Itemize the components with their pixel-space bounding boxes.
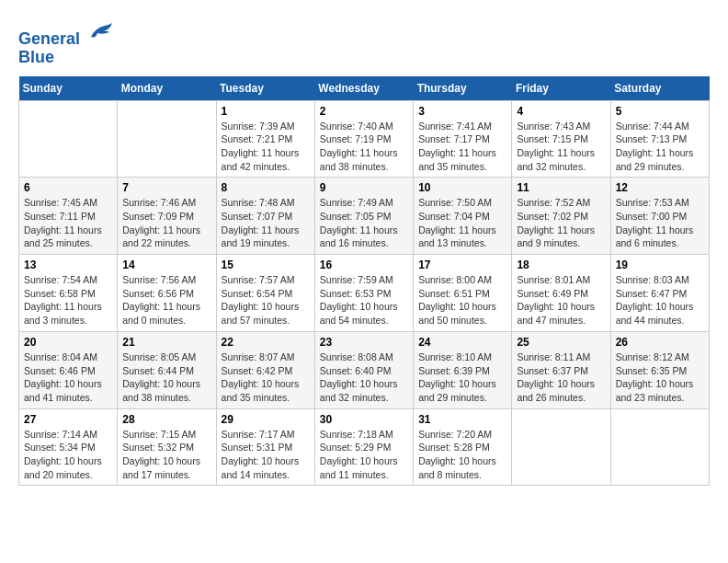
day-info: Sunrise: 7:53 AMSunset: 7:00 PMDaylight:…	[616, 196, 704, 250]
calendar-week-row: 27Sunrise: 7:14 AMSunset: 5:34 PMDayligh…	[19, 408, 710, 486]
calendar-cell: 16Sunrise: 7:59 AMSunset: 6:53 PMDayligh…	[314, 255, 413, 332]
calendar-cell: 5Sunrise: 7:44 AMSunset: 7:13 PMDaylight…	[610, 100, 709, 178]
day-info: Sunrise: 7:41 AMSunset: 7:17 PMDaylight:…	[418, 120, 506, 174]
calendar-cell	[610, 408, 709, 486]
calendar-cell: 29Sunrise: 7:17 AMSunset: 5:31 PMDayligh…	[216, 408, 314, 486]
day-number: 19	[616, 259, 704, 271]
calendar-cell: 31Sunrise: 7:20 AMSunset: 5:28 PMDayligh…	[414, 408, 512, 486]
day-info: Sunrise: 8:00 AMSunset: 6:51 PMDaylight:…	[418, 273, 506, 327]
day-number: 24	[418, 336, 506, 349]
day-number: 10	[418, 181, 506, 194]
calendar-cell: 1Sunrise: 7:39 AMSunset: 7:21 PMDaylight…	[216, 100, 314, 178]
calendar-week-row: 20Sunrise: 8:04 AMSunset: 6:46 PMDayligh…	[19, 331, 710, 408]
logo-blue-text: Blue	[18, 49, 114, 67]
day-number: 3	[418, 105, 506, 118]
header-saturday: Saturday	[610, 76, 709, 101]
calendar-cell	[118, 100, 216, 178]
calendar-cell: 9Sunrise: 7:49 AMSunset: 7:05 PMDaylight…	[314, 178, 413, 255]
logo-bird-icon	[86, 18, 114, 44]
calendar-cell: 7Sunrise: 7:46 AMSunset: 7:09 PMDaylight…	[118, 178, 216, 255]
day-info: Sunrise: 7:56 AMSunset: 6:56 PMDaylight:…	[122, 273, 210, 327]
calendar-cell: 11Sunrise: 7:52 AMSunset: 7:02 PMDayligh…	[512, 178, 610, 255]
day-info: Sunrise: 8:11 AMSunset: 6:37 PMDaylight:…	[517, 350, 605, 405]
day-number: 30	[320, 413, 408, 426]
day-info: Sunrise: 7:15 AMSunset: 5:32 PMDaylight:…	[122, 428, 210, 482]
day-number: 23	[320, 336, 408, 349]
calendar-cell	[512, 408, 610, 486]
calendar-cell: 26Sunrise: 8:12 AMSunset: 6:35 PMDayligh…	[610, 331, 709, 408]
day-info: Sunrise: 7:46 AMSunset: 7:09 PMDaylight:…	[122, 196, 210, 250]
calendar-cell: 6Sunrise: 7:45 AMSunset: 7:11 PMDaylight…	[19, 178, 118, 255]
day-info: Sunrise: 8:07 AMSunset: 6:42 PMDaylight:…	[222, 350, 310, 405]
day-info: Sunrise: 8:10 AMSunset: 6:39 PMDaylight:…	[418, 350, 506, 405]
day-number: 5	[616, 105, 704, 118]
day-number: 13	[24, 259, 112, 271]
day-number: 16	[320, 259, 408, 271]
header-sunday: Sunday	[19, 76, 118, 101]
calendar-cell: 24Sunrise: 8:10 AMSunset: 6:39 PMDayligh…	[414, 331, 512, 408]
day-number: 6	[24, 181, 112, 194]
calendar-cell: 15Sunrise: 7:57 AMSunset: 6:54 PMDayligh…	[216, 255, 314, 332]
day-info: Sunrise: 8:03 AMSunset: 6:47 PMDaylight:…	[616, 273, 704, 327]
day-number: 29	[222, 413, 310, 426]
day-info: Sunrise: 7:18 AMSunset: 5:29 PMDaylight:…	[320, 428, 408, 482]
header-tuesday: Tuesday	[216, 76, 314, 101]
day-info: Sunrise: 7:20 AMSunset: 5:28 PMDaylight:…	[418, 428, 506, 482]
day-info: Sunrise: 7:54 AMSunset: 6:58 PMDaylight:…	[24, 273, 112, 327]
day-info: Sunrise: 8:04 AMSunset: 6:46 PMDaylight:…	[24, 350, 112, 405]
calendar-cell: 3Sunrise: 7:41 AMSunset: 7:17 PMDaylight…	[414, 100, 512, 178]
calendar-cell: 20Sunrise: 8:04 AMSunset: 6:46 PMDayligh…	[19, 331, 118, 408]
day-number: 11	[517, 181, 605, 194]
calendar-table: SundayMondayTuesdayWednesdayThursdayFrid…	[18, 76, 710, 487]
calendar-cell: 27Sunrise: 7:14 AMSunset: 5:34 PMDayligh…	[19, 408, 118, 486]
calendar-cell: 14Sunrise: 7:56 AMSunset: 6:56 PMDayligh…	[118, 255, 216, 332]
calendar-cell	[19, 100, 118, 178]
calendar-cell: 19Sunrise: 8:03 AMSunset: 6:47 PMDayligh…	[610, 255, 709, 332]
day-number: 22	[222, 336, 310, 349]
day-number: 2	[320, 105, 408, 118]
header-wednesday: Wednesday	[314, 76, 413, 101]
day-info: Sunrise: 7:39 AMSunset: 7:21 PMDaylight:…	[222, 120, 310, 174]
calendar-cell: 2Sunrise: 7:40 AMSunset: 7:19 PMDaylight…	[314, 100, 413, 178]
day-info: Sunrise: 7:40 AMSunset: 7:19 PMDaylight:…	[320, 120, 408, 174]
calendar-week-row: 13Sunrise: 7:54 AMSunset: 6:58 PMDayligh…	[19, 255, 710, 332]
calendar-week-row: 1Sunrise: 7:39 AMSunset: 7:21 PMDaylight…	[19, 100, 710, 178]
day-info: Sunrise: 8:08 AMSunset: 6:40 PMDaylight:…	[320, 350, 408, 405]
day-number: 18	[517, 259, 605, 271]
calendar-cell: 10Sunrise: 7:50 AMSunset: 7:04 PMDayligh…	[414, 178, 512, 255]
day-info: Sunrise: 7:50 AMSunset: 7:04 PMDaylight:…	[418, 196, 506, 250]
calendar-cell: 25Sunrise: 8:11 AMSunset: 6:37 PMDayligh…	[512, 331, 610, 408]
calendar-cell: 4Sunrise: 7:43 AMSunset: 7:15 PMDaylight…	[512, 100, 610, 178]
logo: General Blue	[18, 18, 114, 67]
calendar-cell: 30Sunrise: 7:18 AMSunset: 5:29 PMDayligh…	[314, 408, 413, 486]
day-number: 1	[222, 105, 310, 118]
day-info: Sunrise: 7:59 AMSunset: 6:53 PMDaylight:…	[320, 273, 408, 327]
calendar-cell: 21Sunrise: 8:05 AMSunset: 6:44 PMDayligh…	[118, 331, 216, 408]
day-number: 25	[517, 336, 605, 349]
day-number: 27	[24, 413, 112, 426]
day-number: 9	[320, 181, 408, 194]
calendar-header-row: SundayMondayTuesdayWednesdayThursdayFrid…	[19, 76, 710, 101]
calendar-cell: 8Sunrise: 7:48 AMSunset: 7:07 PMDaylight…	[216, 178, 314, 255]
day-number: 26	[616, 336, 704, 349]
day-number: 28	[122, 413, 210, 426]
day-info: Sunrise: 7:49 AMSunset: 7:05 PMDaylight:…	[320, 196, 408, 250]
calendar-cell: 22Sunrise: 8:07 AMSunset: 6:42 PMDayligh…	[216, 331, 314, 408]
day-info: Sunrise: 7:45 AMSunset: 7:11 PMDaylight:…	[24, 196, 112, 250]
day-number: 31	[418, 413, 506, 426]
page-header: General Blue	[18, 18, 710, 67]
day-info: Sunrise: 8:05 AMSunset: 6:44 PMDaylight:…	[122, 350, 210, 405]
calendar-cell: 12Sunrise: 7:53 AMSunset: 7:00 PMDayligh…	[610, 178, 709, 255]
calendar-week-row: 6Sunrise: 7:45 AMSunset: 7:11 PMDaylight…	[19, 178, 710, 255]
header-monday: Monday	[118, 76, 216, 101]
calendar-cell: 28Sunrise: 7:15 AMSunset: 5:32 PMDayligh…	[118, 408, 216, 486]
day-number: 12	[616, 181, 704, 194]
day-number: 14	[122, 259, 210, 271]
header-thursday: Thursday	[414, 76, 512, 101]
day-info: Sunrise: 7:57 AMSunset: 6:54 PMDaylight:…	[222, 273, 310, 327]
day-number: 4	[517, 105, 605, 118]
header-friday: Friday	[512, 76, 610, 101]
day-number: 17	[418, 259, 506, 271]
day-info: Sunrise: 7:52 AMSunset: 7:02 PMDaylight:…	[517, 196, 605, 250]
day-info: Sunrise: 7:48 AMSunset: 7:07 PMDaylight:…	[222, 196, 310, 250]
